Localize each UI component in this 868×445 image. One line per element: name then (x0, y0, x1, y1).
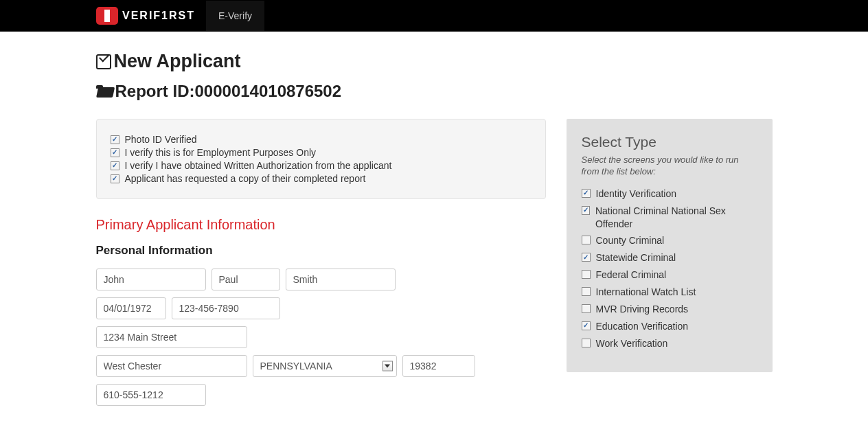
nav-tab-everify[interactable]: E-Verify (206, 1, 264, 31)
ack-label: Photo ID Verified (125, 134, 197, 145)
ack-label: Applicant has requested a copy of their … (125, 173, 366, 184)
ack-row: I verify I have obtained Written Authori… (111, 160, 532, 171)
brand-name: VERIF1RST (122, 10, 195, 22)
section-personal-info: Personal Information (96, 244, 546, 258)
screen-label: Work Verification (596, 337, 668, 350)
ack-row: Photo ID Verified (111, 134, 532, 145)
street-input[interactable] (96, 326, 247, 348)
screen-label: Education Verification (596, 320, 689, 333)
section-primary-applicant: Primary Applicant Information (96, 217, 546, 233)
check-square-icon (96, 54, 111, 69)
screen-label: Federal Criminal (596, 269, 667, 282)
screen-option: National Criminal National Sex Offender (582, 205, 757, 231)
screen-option: MVR Driving Records (582, 303, 757, 316)
select-type-title: Select Type (582, 134, 757, 150)
ack-label: I verify this is for Employment Purposes… (125, 147, 317, 158)
screen-checkbox[interactable] (582, 253, 591, 262)
screen-label: MVR Driving Records (596, 303, 689, 316)
screen-checkbox[interactable] (582, 206, 590, 215)
screen-label: National Criminal National Sex Offender (595, 205, 757, 231)
screen-option: Federal Criminal (582, 269, 757, 282)
screen-checkbox[interactable] (582, 321, 591, 330)
middle-name-input[interactable] (212, 269, 280, 290)
screen-label: County Criminal (596, 234, 665, 247)
screen-checkbox[interactable] (582, 287, 591, 296)
ack-checkbox[interactable] (111, 135, 119, 144)
select-type-panel: Select Type Select the screens you would… (567, 119, 773, 372)
screen-checkbox[interactable] (582, 339, 591, 347)
ack-checkbox[interactable] (111, 161, 119, 170)
state-select-wrap: PENNSYLVANIA (253, 355, 397, 377)
ssn-input[interactable] (172, 297, 280, 319)
city-input[interactable] (96, 355, 247, 377)
brand-logo-icon (96, 7, 118, 25)
report-id-heading: Report ID: 0000014010876502 (96, 82, 773, 101)
top-bar: VERIF1RST E-Verify (0, 0, 868, 32)
ack-label: I verify I have obtained Written Authori… (125, 160, 392, 171)
screen-option: Work Verification (582, 337, 757, 350)
state-select[interactable]: PENNSYLVANIA (253, 355, 397, 377)
screen-checkbox[interactable] (582, 304, 591, 313)
ack-row: I verify this is for Employment Purposes… (111, 147, 532, 158)
last-name-input[interactable] (286, 269, 396, 290)
page-title: New Applicant (96, 51, 773, 72)
ack-row: Applicant has requested a copy of their … (111, 173, 532, 184)
screen-option: Statewide Criminal (582, 251, 757, 264)
page-title-text: New Applicant (114, 51, 241, 72)
screen-label: Identity Verification (596, 187, 677, 201)
report-id-label: Report ID: (115, 82, 195, 101)
screen-checkbox[interactable] (582, 236, 591, 244)
screen-label: International Watch List (596, 286, 696, 299)
main-container: New Applicant Report ID: 000001401087650… (96, 32, 773, 440)
select-type-hint: Select the screens you would like to run… (582, 155, 757, 178)
ack-checkbox[interactable] (111, 174, 119, 183)
report-id-value: 0000014010876502 (195, 82, 342, 101)
screen-option: International Watch List (582, 286, 757, 299)
screen-checkbox[interactable] (582, 189, 591, 198)
phone-input[interactable] (96, 384, 206, 406)
first-name-input[interactable] (96, 269, 206, 290)
screen-option: Identity Verification (582, 187, 757, 201)
verification-acknowledgements: Photo ID VerifiedI verify this is for Em… (96, 119, 546, 199)
ack-checkbox[interactable] (111, 148, 119, 157)
screen-option: Education Verification (582, 320, 757, 333)
screen-checkbox[interactable] (582, 270, 591, 279)
folder-open-icon (96, 85, 113, 98)
zip-input[interactable] (402, 355, 475, 377)
dob-input[interactable] (96, 297, 166, 319)
screen-option: County Criminal (582, 234, 757, 247)
screen-label: Statewide Criminal (596, 251, 676, 264)
